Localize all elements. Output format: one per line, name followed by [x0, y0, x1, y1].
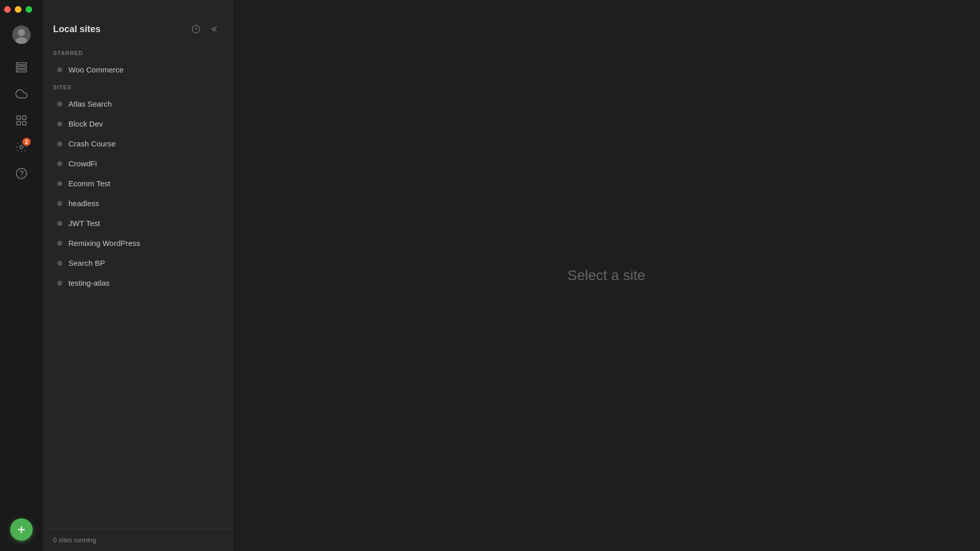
- svg-rect-7: [22, 116, 26, 119]
- sites-panel-title: Local sites: [53, 24, 101, 35]
- settings-icon[interactable]: 2: [10, 136, 33, 158]
- list-item[interactable]: Remixing WordPress: [47, 234, 228, 253]
- list-item[interactable]: Search BP: [47, 254, 228, 272]
- sidebar-bottom: [10, 518, 33, 541]
- status-dot: [57, 221, 62, 226]
- sites-panel-footer: 0 sites running: [43, 529, 232, 551]
- site-name: Woo Commerce: [68, 65, 124, 74]
- maximize-button[interactable]: [26, 6, 32, 13]
- icon-sidebar: 2: [0, 0, 43, 551]
- site-name: Crash Course: [68, 139, 116, 148]
- svg-point-11: [16, 168, 27, 179]
- list-item[interactable]: Crash Course: [47, 134, 228, 153]
- status-dot: [57, 261, 62, 266]
- site-name: JWT Test: [68, 219, 100, 228]
- svg-rect-8: [17, 121, 20, 125]
- site-name: CrowdFi: [68, 159, 97, 168]
- list-item[interactable]: Atlas Search: [47, 94, 228, 113]
- site-name: headless: [68, 199, 99, 208]
- site-name: Remixing WordPress: [68, 239, 140, 247]
- collapse-button[interactable]: [209, 22, 222, 36]
- list-item[interactable]: Block Dev: [47, 114, 228, 133]
- sites-panel: Local sites Starred Woo Commerce: [43, 0, 233, 551]
- sites-panel-content: Starred Woo Commerce Sites Atlas Search …: [43, 42, 232, 529]
- blueprints-icon[interactable]: [10, 109, 33, 132]
- minimize-button[interactable]: [15, 6, 21, 13]
- site-name: Block Dev: [68, 119, 103, 128]
- status-dot: [57, 141, 62, 146]
- list-item[interactable]: JWT Test: [47, 214, 228, 233]
- window-controls: [0, 0, 43, 18]
- help-icon[interactable]: [10, 162, 33, 185]
- sites-icon[interactable]: [10, 56, 33, 79]
- status-dot: [57, 181, 62, 186]
- svg-rect-5: [16, 70, 27, 72]
- history-button[interactable]: [189, 22, 203, 36]
- close-button[interactable]: [4, 6, 11, 13]
- svg-point-1: [18, 29, 25, 36]
- svg-rect-4: [16, 66, 27, 68]
- select-site-text: Select a site: [568, 267, 646, 284]
- avatar-icon[interactable]: [12, 26, 31, 44]
- list-item[interactable]: Ecomm Test: [47, 174, 228, 193]
- status-dot: [57, 102, 62, 107]
- site-name: testing-atlas: [68, 279, 110, 287]
- status-dot: [57, 67, 62, 72]
- svg-point-10: [20, 145, 23, 148]
- status-dot: [57, 121, 62, 127]
- svg-rect-6: [17, 116, 20, 119]
- list-item[interactable]: CrowdFi: [47, 154, 228, 173]
- sites-label: Sites: [43, 80, 232, 93]
- list-item[interactable]: testing-atlas: [47, 273, 228, 292]
- settings-badge: 2: [22, 138, 31, 146]
- main-content: Select a site: [233, 0, 980, 551]
- header-icons: [189, 22, 222, 36]
- status-dot: [57, 281, 62, 286]
- sites-panel-header: Local sites: [43, 15, 232, 42]
- site-name: Ecomm Test: [68, 179, 110, 188]
- list-item[interactable]: headless: [47, 194, 228, 213]
- status-dot: [57, 161, 62, 166]
- list-item[interactable]: Woo Commerce: [47, 60, 228, 79]
- starred-label: Starred: [43, 46, 232, 59]
- status-dot: [57, 241, 62, 246]
- cloud-icon[interactable]: [10, 83, 33, 105]
- status-dot: [57, 201, 62, 206]
- site-name: Search BP: [68, 259, 105, 267]
- add-site-button[interactable]: [10, 518, 33, 541]
- svg-rect-3: [16, 63, 27, 65]
- site-name: Atlas Search: [68, 99, 112, 108]
- svg-rect-9: [22, 121, 26, 125]
